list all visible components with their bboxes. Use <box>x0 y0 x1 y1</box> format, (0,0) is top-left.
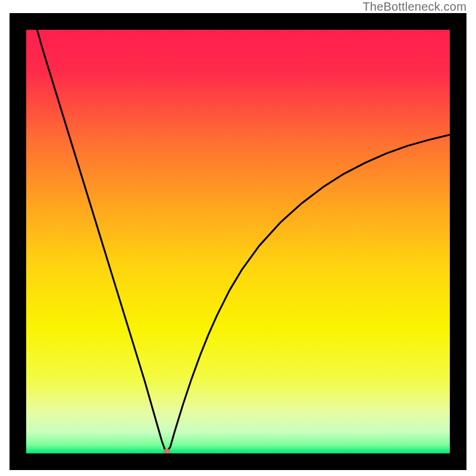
plot-area <box>26 30 450 453</box>
gradient-background <box>26 30 450 453</box>
chart-container: TheBottleneck.com <box>0 0 476 476</box>
watermark-text: TheBottleneck.com <box>362 0 466 14</box>
chart-svg <box>26 30 450 453</box>
chart-frame <box>10 13 466 470</box>
